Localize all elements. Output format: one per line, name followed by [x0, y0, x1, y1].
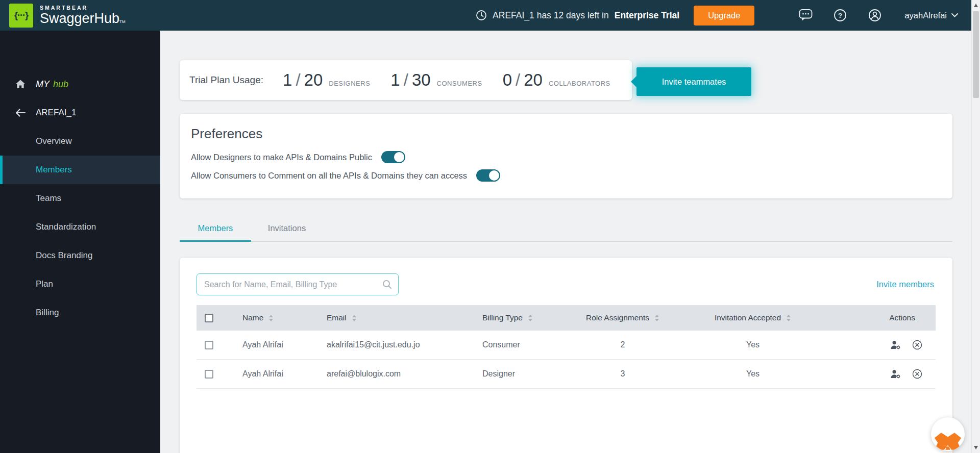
brand-product-label: SwaggerHub — [40, 11, 119, 26]
my-hub-label-my: MY — [36, 79, 50, 90]
username-label: ayahAlrefai — [904, 11, 947, 20]
swagger-logo-square: {···} — [9, 4, 33, 28]
column-billing-type[interactable]: Billing Type — [482, 313, 577, 322]
scrollbar-thumb[interactable] — [973, 11, 979, 98]
row-checkbox-cell — [197, 341, 242, 349]
member-billing-type: Designer — [482, 369, 577, 379]
sidebar-item-billing[interactable]: Billing — [0, 298, 160, 327]
column-role-assignments-label: Role Assignments — [586, 313, 649, 322]
upgrade-button[interactable]: Upgrade — [694, 6, 754, 26]
plan-label: Plan — [36, 279, 53, 289]
chat-bubble-icon[interactable] — [798, 8, 813, 22]
column-name[interactable]: Name — [242, 313, 327, 322]
sort-icon[interactable] — [786, 314, 791, 322]
usage-stat-consumers: 1 / 30 CONSUMERS — [390, 70, 482, 90]
row-checkbox-cell — [197, 370, 242, 379]
trial-notice-plan: Enterprise Trial — [615, 10, 679, 21]
members-panel: Invite members Name Email Billing Type — [180, 258, 952, 453]
select-all-checkbox[interactable] — [205, 314, 213, 322]
smartbear-mascot-button[interactable] — [931, 417, 965, 451]
preferences-card: Preferences Allow Designers to make APIs… — [180, 114, 952, 198]
user-gear-icon[interactable] — [890, 340, 901, 350]
member-name: Ayah Alrifai — [242, 340, 327, 349]
sort-icon[interactable] — [528, 314, 533, 322]
preference-row-comments: Allow Consumers to Comment on all the AP… — [191, 169, 952, 182]
toggle-allow-consumers-comment[interactable] — [476, 169, 500, 182]
sidebar-item-teams[interactable]: Teams — [0, 184, 160, 213]
main-content: Trial Plan Usage: 1 / 20 DESIGNERS 1 / 3… — [160, 31, 971, 453]
row-checkbox[interactable] — [205, 370, 213, 379]
member-role-assignments: 2 — [577, 340, 669, 349]
scroll-up-arrow[interactable] — [974, 4, 978, 7]
billing-label: Billing — [36, 308, 59, 318]
member-email: akalrifai15@cit.just.edu.jo — [327, 340, 482, 349]
column-name-label: Name — [242, 313, 263, 322]
column-invitation-accepted-label: Invitation Accepted — [715, 313, 781, 322]
invite-members-link[interactable]: Invite members — [876, 280, 934, 289]
user-gear-icon[interactable] — [890, 369, 901, 379]
designers-total: 20 — [304, 70, 323, 90]
trial-notice: AREFAI_1 has 12 days left in Enterprise … — [476, 10, 679, 21]
clock-icon — [476, 10, 487, 21]
remove-member-icon[interactable] — [912, 340, 922, 350]
column-role-assignments[interactable]: Role Assignments — [577, 313, 669, 322]
sidebar-item-plan[interactable]: Plan — [0, 270, 160, 298]
separator: / — [404, 70, 408, 90]
vertical-scrollbar[interactable] — [971, 0, 980, 453]
table-header-row: Name Email Billing Type Role Assignments… — [197, 305, 936, 331]
sidebar-item-docs-branding[interactable]: Docs Branding — [0, 241, 160, 270]
table-row: Ayah Alrifai akalrifai15@cit.just.edu.jo… — [197, 331, 936, 360]
search-wrap — [197, 273, 399, 295]
member-email: arefai@blulogix.com — [327, 369, 482, 379]
row-actions — [837, 340, 936, 350]
sort-icon[interactable] — [352, 314, 357, 322]
tab-invitations[interactable]: Invitations — [251, 215, 323, 241]
header-icon-group: ? ayahAlrefai — [798, 8, 958, 22]
members-toolbar: Invite members — [180, 258, 952, 295]
toggle-allow-designers-public[interactable] — [381, 151, 405, 163]
user-menu[interactable]: ayahAlrefai — [904, 11, 958, 20]
toggle-knob — [393, 151, 405, 163]
members-table: Name Email Billing Type Role Assignments… — [197, 305, 936, 389]
invite-teammates-button[interactable]: Invite teammates — [636, 67, 751, 96]
designers-label: DESIGNERS — [329, 80, 370, 87]
sidebar-item-my-hub[interactable]: MY hub — [0, 70, 160, 98]
standardization-label: Standardization — [36, 222, 96, 232]
overview-label: Overview — [36, 136, 72, 146]
separator: / — [516, 70, 520, 90]
usage-stat-designers: 1 / 20 DESIGNERS — [283, 70, 370, 90]
usage-title: Trial Plan Usage: — [189, 74, 263, 86]
collaborators-label: COLLABORATORS — [549, 80, 610, 87]
member-invitation-accepted: Yes — [669, 340, 837, 349]
usage-stat-collaborators: 0 / 20 COLLABORATORS — [503, 70, 610, 90]
brand-tm: TM — [119, 19, 126, 24]
toggle-knob — [488, 169, 500, 182]
account-icon[interactable] — [868, 8, 882, 22]
scroll-down-arrow[interactable] — [974, 446, 978, 449]
member-role-assignments: 3 — [577, 369, 669, 379]
member-billing-type: Consumer — [482, 340, 577, 349]
swaggerhub-logo[interactable]: {···} SMARTBEAR SwaggerHubTM — [9, 4, 126, 28]
column-email[interactable]: Email — [327, 313, 482, 322]
sort-icon[interactable] — [654, 314, 659, 322]
trial-plan-usage-card: Trial Plan Usage: 1 / 20 DESIGNERS 1 / 3… — [180, 60, 632, 100]
teams-label: Teams — [36, 193, 61, 204]
tab-members[interactable]: Members — [180, 215, 251, 242]
top-header: {···} SMARTBEAR SwaggerHubTM AREFAI_1 ha… — [0, 0, 971, 31]
sidebar-item-overview[interactable]: Overview — [0, 127, 160, 156]
column-email-label: Email — [327, 313, 347, 322]
sidebar-item-organization[interactable]: AREFAI_1 — [0, 98, 160, 127]
sort-icon[interactable] — [268, 314, 274, 322]
row-checkbox[interactable] — [205, 341, 213, 349]
brand-smartbear-label: SMARTBEAR — [40, 5, 126, 11]
consumers-used: 1 — [390, 70, 400, 90]
preference-row-public-apis: Allow Designers to make APIs & Domains P… — [191, 151, 952, 163]
column-invitation-accepted[interactable]: Invitation Accepted — [669, 313, 837, 322]
help-icon[interactable]: ? — [833, 8, 847, 22]
remove-member-icon[interactable] — [912, 369, 922, 379]
sidebar-item-standardization[interactable]: Standardization — [0, 213, 160, 241]
svg-text:?: ? — [838, 12, 842, 19]
search-input[interactable] — [197, 273, 399, 295]
sidebar-item-members[interactable]: Members — [0, 156, 160, 184]
consumers-label: CONSUMERS — [437, 80, 482, 87]
